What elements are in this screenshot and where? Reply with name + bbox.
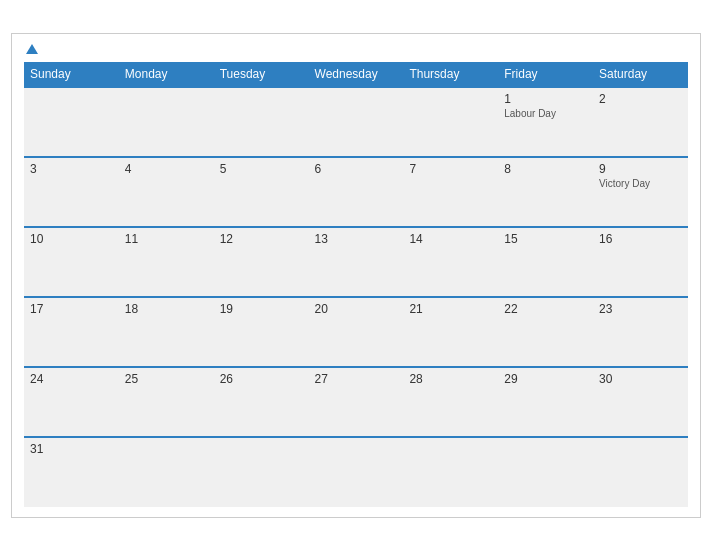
calendar-cell [119, 437, 214, 507]
week-row-5: 31 [24, 437, 688, 507]
day-number: 2 [599, 92, 682, 106]
calendar-cell: 28 [403, 367, 498, 437]
calendar-cell: 8 [498, 157, 593, 227]
calendar-header [24, 44, 688, 54]
calendar-cell: 24 [24, 367, 119, 437]
calendar-cell [403, 437, 498, 507]
calendar-cell: 27 [309, 367, 404, 437]
logo [24, 44, 40, 54]
holiday-name: Labour Day [504, 108, 587, 119]
calendar-thead: SundayMondayTuesdayWednesdayThursdayFrid… [24, 62, 688, 87]
logo-triangle-icon [26, 44, 38, 54]
week-row-0: 1Labour Day2 [24, 87, 688, 157]
calendar-cell: 12 [214, 227, 309, 297]
calendar-cell: 11 [119, 227, 214, 297]
calendar-cell [593, 437, 688, 507]
day-number: 4 [125, 162, 208, 176]
calendar-cell: 25 [119, 367, 214, 437]
calendar-cell: 9Victory Day [593, 157, 688, 227]
day-number: 7 [409, 162, 492, 176]
calendar-cell: 13 [309, 227, 404, 297]
holiday-name: Victory Day [599, 178, 682, 189]
day-header-tuesday: Tuesday [214, 62, 309, 87]
calendar-cell: 15 [498, 227, 593, 297]
day-number: 21 [409, 302, 492, 316]
day-number: 25 [125, 372, 208, 386]
day-header-sunday: Sunday [24, 62, 119, 87]
calendar-cell: 29 [498, 367, 593, 437]
calendar-cell: 6 [309, 157, 404, 227]
day-number: 14 [409, 232, 492, 246]
calendar-cell: 3 [24, 157, 119, 227]
calendar-cell: 26 [214, 367, 309, 437]
day-number: 31 [30, 442, 113, 456]
day-header-thursday: Thursday [403, 62, 498, 87]
calendar-cell: 19 [214, 297, 309, 367]
calendar-cell: 16 [593, 227, 688, 297]
day-number: 23 [599, 302, 682, 316]
calendar-cell [309, 437, 404, 507]
calendar-cell: 1Labour Day [498, 87, 593, 157]
day-header-monday: Monday [119, 62, 214, 87]
day-number: 9 [599, 162, 682, 176]
logo-blue-text [24, 44, 40, 54]
calendar-cell [498, 437, 593, 507]
day-header-friday: Friday [498, 62, 593, 87]
calendar-cell [214, 87, 309, 157]
day-number: 28 [409, 372, 492, 386]
calendar-container: SundayMondayTuesdayWednesdayThursdayFrid… [11, 33, 701, 518]
day-number: 22 [504, 302, 587, 316]
day-number: 10 [30, 232, 113, 246]
week-row-3: 17181920212223 [24, 297, 688, 367]
day-number: 11 [125, 232, 208, 246]
calendar-cell [214, 437, 309, 507]
day-number: 18 [125, 302, 208, 316]
calendar-cell: 22 [498, 297, 593, 367]
week-row-4: 24252627282930 [24, 367, 688, 437]
day-number: 17 [30, 302, 113, 316]
day-number: 15 [504, 232, 587, 246]
calendar-tbody: 1Labour Day23456789Victory Day1011121314… [24, 87, 688, 507]
calendar-cell: 23 [593, 297, 688, 367]
day-number: 8 [504, 162, 587, 176]
week-row-2: 10111213141516 [24, 227, 688, 297]
calendar-cell: 7 [403, 157, 498, 227]
calendar-cell: 5 [214, 157, 309, 227]
calendar-cell: 4 [119, 157, 214, 227]
week-row-1: 3456789Victory Day [24, 157, 688, 227]
calendar-cell [403, 87, 498, 157]
day-number: 26 [220, 372, 303, 386]
day-number: 24 [30, 372, 113, 386]
calendar-cell: 21 [403, 297, 498, 367]
day-number: 27 [315, 372, 398, 386]
day-number: 5 [220, 162, 303, 176]
day-number: 29 [504, 372, 587, 386]
day-number: 1 [504, 92, 587, 106]
day-number: 30 [599, 372, 682, 386]
calendar-cell: 31 [24, 437, 119, 507]
calendar-cell [24, 87, 119, 157]
day-number: 6 [315, 162, 398, 176]
day-number: 19 [220, 302, 303, 316]
calendar-cell: 18 [119, 297, 214, 367]
calendar-cell: 17 [24, 297, 119, 367]
calendar-table: SundayMondayTuesdayWednesdayThursdayFrid… [24, 62, 688, 507]
calendar-cell: 14 [403, 227, 498, 297]
day-header-wednesday: Wednesday [309, 62, 404, 87]
day-number: 12 [220, 232, 303, 246]
day-number: 13 [315, 232, 398, 246]
days-header-row: SundayMondayTuesdayWednesdayThursdayFrid… [24, 62, 688, 87]
calendar-cell: 10 [24, 227, 119, 297]
calendar-cell [119, 87, 214, 157]
day-number: 3 [30, 162, 113, 176]
day-number: 20 [315, 302, 398, 316]
calendar-cell [309, 87, 404, 157]
day-header-saturday: Saturday [593, 62, 688, 87]
day-number: 16 [599, 232, 682, 246]
calendar-cell: 20 [309, 297, 404, 367]
calendar-cell: 2 [593, 87, 688, 157]
calendar-cell: 30 [593, 367, 688, 437]
